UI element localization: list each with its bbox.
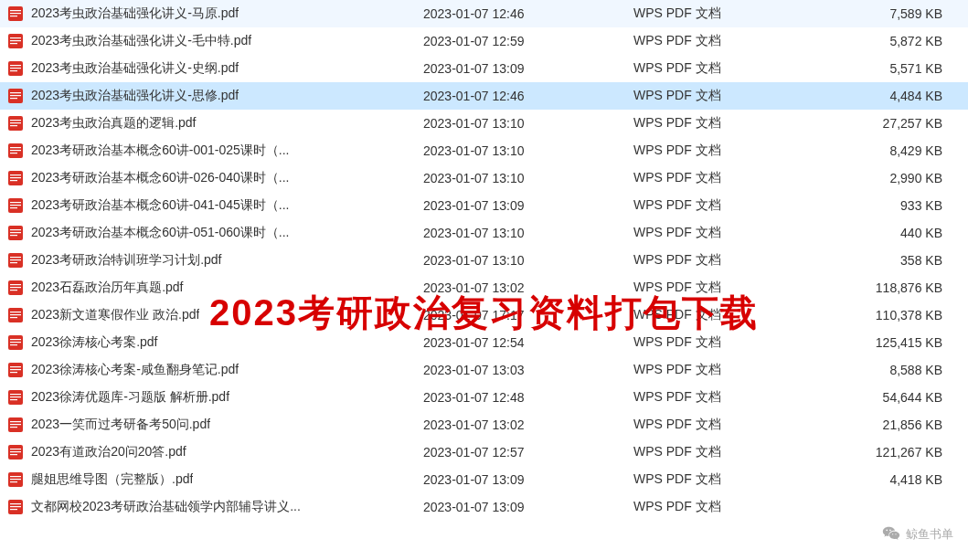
pdf-file-icon [7, 115, 24, 132]
file-row[interactable]: 2023考研政治特训班学习计划.pdf2023-01-07 13:10WPS P… [0, 247, 968, 274]
file-type: WPS PDF 文档 [633, 33, 816, 49]
pdf-file-icon [7, 362, 24, 378]
file-row[interactable]: 2023新文道寒假作业 政治.pdf2023-01-07 17:17WPS PD… [0, 301, 968, 329]
file-size: 2,990 KB [816, 171, 953, 185]
svg-rect-70 [10, 479, 21, 480]
file-name-cell: 2023一笑而过考研备考50问.pdf [7, 417, 423, 433]
file-name: 2023考虫政治基础强化讲义-思修.pdf [31, 88, 239, 104]
file-row[interactable]: 2023考虫政治基础强化讲义-史纲.pdf2023-01-07 13:09WPS… [0, 55, 968, 82]
svg-rect-38 [10, 259, 21, 260]
file-name: 2023有道政治20问20答.pdf [31, 444, 186, 460]
pdf-file-icon [7, 334, 24, 351]
file-size: 8,429 KB [816, 143, 953, 158]
file-size: 27,257 KB [816, 116, 953, 131]
file-date: 2023-01-07 12:48 [423, 390, 633, 405]
file-type: WPS PDF 文档 [633, 88, 816, 104]
file-type: WPS PDF 文档 [633, 417, 816, 433]
file-row[interactable]: 2023考虫政治基础强化讲义-思修.pdf2023-01-07 12:46WPS… [0, 82, 968, 110]
pdf-file-icon [7, 499, 24, 515]
svg-rect-61 [10, 421, 21, 422]
file-type: WPS PDF 文档 [633, 389, 816, 406]
svg-rect-15 [10, 98, 17, 99]
file-date: 2023-01-07 12:59 [423, 34, 633, 48]
svg-rect-66 [10, 451, 21, 452]
file-row[interactable]: 2023考研政治基本概念60讲-041-045课时（...2023-01-07 … [0, 192, 968, 219]
file-row[interactable]: 2023徐涛核心考案-咸鱼翻身笔记.pdf2023-01-07 13:03WPS… [0, 356, 968, 384]
svg-rect-54 [10, 369, 21, 370]
svg-rect-29 [10, 202, 21, 203]
file-name-cell: 2023考虫政治基础强化讲义-马原.pdf [7, 5, 423, 22]
file-size: 440 KB [816, 226, 953, 240]
file-name-cell: 2023考虫政治基础强化讲义-史纲.pdf [7, 60, 423, 77]
pdf-file-icon [7, 252, 24, 269]
file-date: 2023-01-07 13:02 [423, 280, 633, 295]
svg-rect-7 [10, 43, 17, 44]
file-size: 110,378 KB [816, 308, 953, 322]
file-date: 2023-01-07 17:17 [423, 308, 633, 322]
svg-rect-2 [10, 13, 21, 14]
file-date: 2023-01-07 12:46 [423, 89, 633, 103]
file-type: WPS PDF 文档 [633, 362, 816, 378]
file-name-cell: 2023考虫政治基础强化讲义-毛中特.pdf [7, 33, 423, 49]
file-name-cell: 2023考研政治基本概念60讲-001-025课时（... [7, 143, 423, 159]
pdf-file-icon [7, 88, 24, 104]
file-row[interactable]: 2023考虫政治基础强化讲义-毛中特.pdf2023-01-07 12:59WP… [0, 27, 968, 55]
file-row[interactable]: 2023石磊政治历年真题.pdf2023-01-07 13:02WPS PDF … [0, 274, 968, 301]
svg-rect-46 [10, 314, 21, 315]
svg-rect-19 [10, 125, 17, 126]
file-type: WPS PDF 文档 [633, 5, 816, 22]
file-row[interactable]: 腿姐思维导图（完整版）.pdf2023-01-07 13:09WPS PDF 文… [0, 466, 968, 493]
file-row[interactable]: 2023有道政治20问20答.pdf2023-01-07 12:57WPS PD… [0, 438, 968, 466]
pdf-file-icon [7, 197, 24, 214]
svg-rect-59 [10, 399, 17, 400]
file-row[interactable]: 2023考研政治基本概念60讲-001-025课时（...2023-01-07 … [0, 137, 968, 164]
file-type: WPS PDF 文档 [633, 115, 816, 132]
file-row[interactable]: 2023考虫政治基础强化讲义-马原.pdf2023-01-07 12:46WPS… [0, 0, 968, 27]
pdf-file-icon [7, 417, 24, 433]
file-date: 2023-01-07 13:10 [423, 226, 633, 240]
svg-rect-10 [10, 68, 21, 69]
file-type: WPS PDF 文档 [633, 225, 816, 241]
file-type: WPS PDF 文档 [633, 60, 816, 77]
file-list: 2023考虫政治基础强化讲义-马原.pdf2023-01-07 12:46WPS… [0, 0, 968, 521]
file-row[interactable]: 2023徐涛核心考案.pdf2023-01-07 12:54WPS PDF 文档… [0, 329, 968, 356]
file-name: 2023考研政治特训班学习计划.pdf [31, 252, 222, 269]
pdf-file-icon [7, 170, 24, 186]
svg-rect-75 [10, 509, 17, 510]
file-date: 2023-01-07 13:09 [423, 500, 633, 514]
watermark: 鲸鱼书单 [882, 525, 953, 544]
file-name-cell: 2023徐涛核心考案.pdf [7, 334, 423, 351]
file-size: 5,571 KB [816, 61, 953, 76]
svg-rect-21 [10, 147, 21, 148]
file-row[interactable]: 2023考研政治基本概念60讲-051-060课时（...2023-01-07 … [0, 219, 968, 247]
svg-rect-3 [10, 16, 17, 16]
file-row[interactable]: 2023考研政治基本概念60讲-026-040课时（...2023-01-07 … [0, 164, 968, 192]
file-row[interactable]: 2023徐涛优题库-习题版 解析册.pdf2023-01-07 12:48WPS… [0, 384, 968, 411]
file-name-cell: 2023考研政治基本概念60讲-026-040课时（... [7, 170, 423, 186]
file-name-cell: 2023考研政治特训班学习计划.pdf [7, 252, 423, 269]
file-row[interactable]: 2023一笑而过考研备考50问.pdf2023-01-07 13:02WPS P… [0, 411, 968, 438]
pdf-file-icon [7, 471, 24, 488]
file-row[interactable]: 文都网校2023考研政治基础领学内部辅导讲义...2023-01-07 13:0… [0, 493, 968, 521]
svg-rect-50 [10, 342, 21, 343]
file-date: 2023-01-07 13:09 [423, 472, 633, 487]
file-type: WPS PDF 文档 [633, 471, 816, 488]
wechat-icon [882, 525, 900, 544]
file-row[interactable]: 2023考虫政治真题的逻辑.pdf2023-01-07 13:10WPS PDF… [0, 110, 968, 137]
file-name: 2023考虫政治真题的逻辑.pdf [31, 115, 197, 132]
svg-rect-53 [10, 366, 21, 367]
svg-rect-25 [10, 174, 21, 175]
svg-rect-69 [10, 476, 21, 477]
pdf-file-icon [7, 143, 24, 159]
file-date: 2023-01-07 12:46 [423, 6, 633, 21]
file-name: 2023考虫政治基础强化讲义-史纲.pdf [31, 60, 239, 77]
svg-rect-51 [10, 344, 17, 345]
file-name: 2023徐涛优题库-习题版 解析册.pdf [31, 389, 229, 406]
file-type: WPS PDF 文档 [633, 170, 816, 186]
file-date: 2023-01-07 13:09 [423, 61, 633, 76]
svg-rect-39 [10, 262, 17, 263]
svg-rect-71 [10, 481, 17, 482]
svg-rect-41 [10, 284, 21, 285]
svg-rect-43 [10, 290, 17, 291]
svg-rect-33 [10, 229, 21, 230]
